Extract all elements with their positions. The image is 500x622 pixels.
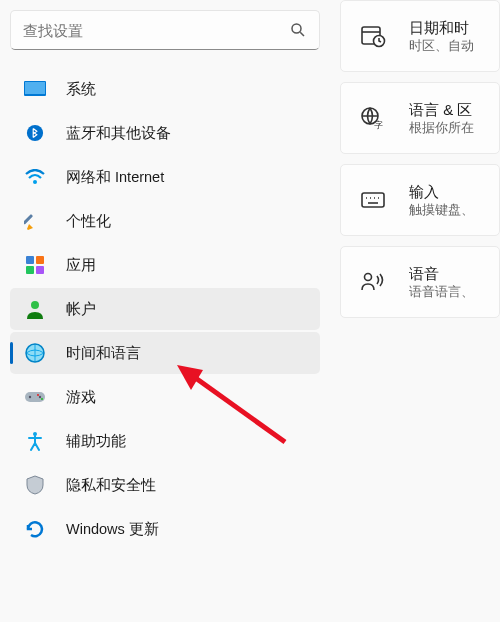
sidebar-item-label: 帐户 xyxy=(66,300,96,319)
card-typing[interactable]: 输入 触摸键盘、 xyxy=(340,164,500,236)
search-input-wrapper[interactable] xyxy=(10,10,320,50)
svg-line-1 xyxy=(300,32,304,36)
sidebar-item-label: Windows 更新 xyxy=(66,520,159,539)
sidebar-item-privacy[interactable]: 隐私和安全性 xyxy=(10,464,320,506)
sidebar-item-windows-update[interactable]: Windows 更新 xyxy=(10,508,320,550)
sidebar-item-network[interactable]: 网络和 Internet xyxy=(10,156,320,198)
apps-icon xyxy=(22,252,48,278)
search-container xyxy=(10,0,320,68)
card-text: 语音 语音语言、 xyxy=(409,264,474,300)
keyboard-icon xyxy=(359,186,387,214)
card-subtitle: 根据你所在 xyxy=(409,120,474,136)
sidebar-item-accounts[interactable]: 帐户 xyxy=(10,288,320,330)
sidebar-item-time-language[interactable]: 时间和语言 xyxy=(10,332,320,374)
svg-text:字: 字 xyxy=(374,120,383,130)
sidebar-item-label: 时间和语言 xyxy=(66,344,141,363)
card-subtitle: 语音语言、 xyxy=(409,284,474,300)
card-title: 输入 xyxy=(409,182,474,202)
gamepad-icon xyxy=(22,384,48,410)
sidebar-item-label: 隐私和安全性 xyxy=(66,476,156,495)
accessibility-icon xyxy=(22,428,48,454)
svg-point-18 xyxy=(41,398,43,400)
sidebar-item-label: 网络和 Internet xyxy=(66,168,164,187)
card-title: 语言 & 区 xyxy=(409,100,474,120)
language-icon: 字 xyxy=(359,104,387,132)
card-language-region[interactable]: 字 语言 & 区 根据你所在 xyxy=(340,82,500,154)
card-datetime[interactable]: 日期和时 时区、自动 xyxy=(340,0,500,72)
svg-rect-10 xyxy=(36,266,44,274)
svg-rect-25 xyxy=(362,193,384,207)
sidebar-item-accessibility[interactable]: 辅助功能 xyxy=(10,420,320,462)
svg-rect-9 xyxy=(26,266,34,274)
card-text: 日期和时 时区、自动 xyxy=(409,18,474,54)
svg-point-17 xyxy=(37,394,39,396)
person-icon xyxy=(22,296,48,322)
speech-icon xyxy=(359,268,387,296)
search-input[interactable] xyxy=(23,22,289,39)
settings-sidebar: 系统 蓝牙和其他设备 网络和 Internet 个性化 应用 xyxy=(0,0,330,622)
svg-point-0 xyxy=(292,24,301,33)
sidebar-item-label: 系统 xyxy=(66,80,96,99)
svg-rect-8 xyxy=(36,256,44,264)
svg-point-11 xyxy=(31,301,39,309)
sidebar-item-gaming[interactable]: 游戏 xyxy=(10,376,320,418)
nav-list: 系统 蓝牙和其他设备 网络和 Internet 个性化 应用 xyxy=(10,68,320,550)
sidebar-item-personalization[interactable]: 个性化 xyxy=(10,200,320,242)
sidebar-item-label: 辅助功能 xyxy=(66,432,126,451)
update-icon xyxy=(22,516,48,542)
svg-rect-7 xyxy=(26,256,34,264)
card-title: 语音 xyxy=(409,264,474,284)
svg-point-15 xyxy=(29,396,31,398)
card-subtitle: 触摸键盘、 xyxy=(409,202,474,218)
card-text: 输入 触摸键盘、 xyxy=(409,182,474,218)
calendar-clock-icon xyxy=(359,22,387,50)
wifi-icon xyxy=(22,164,48,190)
sidebar-item-label: 蓝牙和其他设备 xyxy=(66,124,171,143)
sidebar-item-bluetooth[interactable]: 蓝牙和其他设备 xyxy=(10,112,320,154)
svg-point-5 xyxy=(33,180,37,184)
svg-rect-14 xyxy=(25,392,45,402)
paintbrush-icon xyxy=(22,208,48,234)
card-text: 语言 & 区 根据你所在 xyxy=(409,100,474,136)
sidebar-item-system[interactable]: 系统 xyxy=(10,68,320,110)
search-icon xyxy=(289,21,307,39)
content-pane: 日期和时 时区、自动 字 语言 & 区 根据你所在 输入 触摸键盘、 语音 语音… xyxy=(330,0,500,622)
svg-point-16 xyxy=(39,396,41,398)
card-title: 日期和时 xyxy=(409,18,474,38)
svg-rect-3 xyxy=(25,82,45,94)
svg-point-31 xyxy=(365,274,372,281)
system-icon xyxy=(22,76,48,102)
sidebar-item-apps[interactable]: 应用 xyxy=(10,244,320,286)
bluetooth-icon xyxy=(22,120,48,146)
sidebar-item-label: 应用 xyxy=(66,256,96,275)
card-subtitle: 时区、自动 xyxy=(409,38,474,54)
svg-rect-6 xyxy=(24,214,33,225)
sidebar-item-label: 游戏 xyxy=(66,388,96,407)
sidebar-item-label: 个性化 xyxy=(66,212,111,231)
shield-icon xyxy=(22,472,48,498)
clock-globe-icon xyxy=(22,340,48,366)
card-speech[interactable]: 语音 语音语言、 xyxy=(340,246,500,318)
